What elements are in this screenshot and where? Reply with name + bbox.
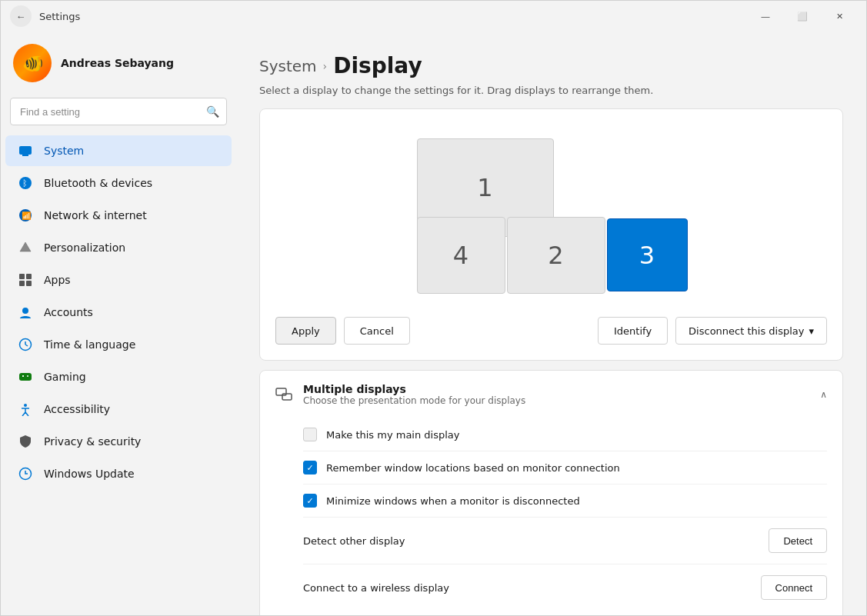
update-icon (18, 466, 33, 481)
checkbox-remember-windows[interactable]: ✓ (303, 461, 317, 474)
breadcrumb-chevron: › (323, 60, 328, 72)
display-label-4: 4 (453, 241, 469, 270)
close-button[interactable]: ✕ (822, 4, 857, 28)
setting-row-minimize-windows: ✓ Minimize windows when a monitor is dis… (303, 484, 827, 517)
setting-label-minimize-windows: Minimize windows when a monitor is disco… (326, 495, 827, 507)
bluetooth-icon: ᛒ (18, 175, 33, 191)
sidebar-item-bluetooth[interactable]: ᛒ Bluetooth & devices (5, 168, 232, 198)
multiple-displays-section: Multiple displays Choose the presentatio… (259, 370, 843, 615)
time-icon (18, 337, 33, 352)
settings-window: ← Settings — ⬜ ✕ 🐠 Andreas Sebayang 🔍 (0, 0, 867, 616)
sidebar-label-network: Network & internet (44, 209, 147, 221)
svg-rect-8 (19, 281, 25, 286)
display-label-2: 2 (548, 241, 563, 270)
svg-text:📶: 📶 (22, 211, 32, 221)
disconnect-button[interactable]: Disconnect this display ▾ (675, 317, 827, 345)
setting-row-connect: Connect to a wireless display Connect (303, 564, 827, 611)
sidebar-item-accessibility[interactable]: Accessibility (5, 394, 232, 425)
sidebar-item-system[interactable]: System (5, 135, 232, 166)
display-block-4[interactable]: 4 (417, 217, 505, 294)
svg-line-13 (25, 345, 28, 346)
svg-rect-21 (282, 394, 292, 400)
connect-button[interactable]: Connect (761, 575, 827, 600)
accounts-icon (18, 305, 33, 320)
title-bar: ← Settings — ⬜ ✕ (1, 1, 866, 32)
window-title: Settings (39, 11, 80, 22)
svg-rect-9 (26, 281, 32, 286)
page-subtitle: Select a display to change the settings … (259, 85, 843, 96)
svg-rect-14 (19, 373, 32, 381)
section-body: Make this my main display ✓ Remember win… (260, 418, 842, 615)
personalization-icon (18, 240, 33, 255)
multiple-displays-title: Multiple displays (303, 383, 525, 395)
display-actions: Apply Cancel Identify Disconnect this di… (275, 317, 827, 345)
apps-icon (18, 272, 33, 288)
window-controls: — ⬜ ✕ (748, 4, 857, 28)
checkbox-main-display[interactable] (303, 428, 317, 441)
sidebar-label-bluetooth: Bluetooth & devices (44, 177, 152, 189)
breadcrumb-system: System (259, 57, 317, 75)
sidebar-label-gaming: Gaming (44, 371, 86, 383)
display-block-2[interactable]: 2 (507, 217, 605, 294)
avatar-image: 🐠 (13, 44, 52, 82)
detect-button[interactable]: Detect (769, 528, 827, 553)
title-bar-left: ← Settings (10, 5, 80, 27)
multiple-displays-subtitle: Choose the presentation mode for your di… (303, 395, 525, 406)
cancel-button[interactable]: Cancel (344, 317, 410, 345)
sidebar-label-accounts: Accounts (44, 306, 93, 318)
multiple-displays-header[interactable]: Multiple displays Choose the presentatio… (260, 371, 842, 418)
multiple-displays-icon (275, 386, 292, 403)
content-area: 🐠 Andreas Sebayang 🔍 System (1, 32, 866, 615)
setting-row-remember-windows: ✓ Remember window locations based on mon… (303, 451, 827, 484)
sidebar-item-update[interactable]: Windows Update (5, 458, 232, 489)
display-label-1: 1 (477, 173, 492, 202)
network-icon: 📶 (18, 208, 33, 223)
back-button[interactable]: ← (10, 5, 32, 27)
sidebar-item-privacy[interactable]: Privacy & security (5, 426, 232, 457)
user-name: Andreas Sebayang (61, 57, 174, 69)
maximize-button[interactable]: ⬜ (785, 4, 820, 28)
minimize-button[interactable]: — (748, 4, 783, 28)
search-icon: 🔍 (206, 105, 219, 118)
section-title-group: Multiple displays Choose the presentatio… (303, 383, 525, 406)
sidebar: 🐠 Andreas Sebayang 🔍 System (1, 32, 236, 615)
svg-rect-1 (22, 155, 28, 156)
page-header: System › Display (259, 53, 843, 78)
svg-rect-6 (19, 274, 25, 279)
display-container: 1 4 2 3 Apply C (259, 108, 843, 361)
identify-button[interactable]: Identify (598, 317, 668, 345)
apply-button[interactable]: Apply (275, 317, 336, 345)
setting-label-remember-windows: Remember window locations based on monit… (326, 462, 827, 474)
accessibility-icon (18, 401, 33, 417)
section-chevron-up-icon: ∧ (820, 389, 827, 400)
svg-point-18 (24, 404, 27, 407)
main-content: System › Display Select a display to cha… (236, 32, 866, 615)
setting-row-detect: Detect other display Detect (303, 517, 827, 564)
sidebar-label-personalization: Personalization (44, 241, 125, 254)
page-title: Display (333, 53, 422, 78)
detect-label: Detect other display (303, 535, 759, 547)
setting-label-main-display: Make this my main display (326, 429, 827, 441)
display-label-3: 3 (639, 241, 655, 270)
checkbox-minimize-windows[interactable]: ✓ (303, 494, 317, 508)
search-box: 🔍 (10, 98, 227, 125)
connect-label: Connect to a wireless display (303, 582, 752, 594)
gaming-icon (18, 369, 33, 385)
sidebar-item-accounts[interactable]: Accounts (5, 297, 232, 328)
svg-point-17 (27, 375, 28, 377)
privacy-icon (18, 434, 33, 449)
display-block-3[interactable]: 3 (607, 218, 688, 291)
sidebar-label-update: Windows Update (44, 468, 135, 480)
section-header-left: Multiple displays Choose the presentatio… (275, 383, 525, 406)
search-input[interactable] (10, 98, 227, 125)
sidebar-label-apps: Apps (44, 274, 71, 286)
sidebar-item-personalization[interactable]: Personalization (5, 232, 232, 263)
system-icon (18, 143, 33, 158)
display-diagram: 1 4 2 3 (275, 125, 827, 301)
sidebar-label-system: System (44, 145, 84, 157)
sidebar-item-time[interactable]: Time & language (5, 329, 232, 360)
svg-point-10 (22, 308, 28, 314)
sidebar-item-gaming[interactable]: Gaming (5, 361, 232, 392)
sidebar-item-network[interactable]: 📶 Network & internet (5, 200, 232, 231)
sidebar-item-apps[interactable]: Apps (5, 265, 232, 295)
